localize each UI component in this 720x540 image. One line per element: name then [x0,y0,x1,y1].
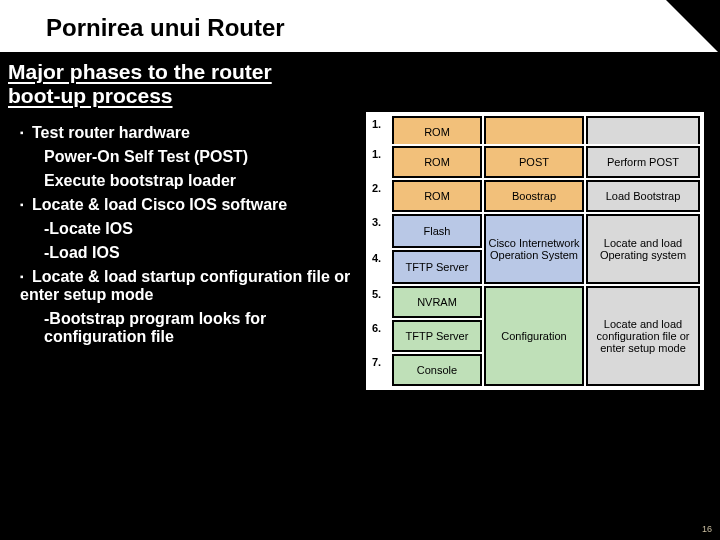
grid-cell: Boostrap [484,180,584,212]
bullet-item: Execute bootstrap loader [44,172,360,190]
page-number: 16 [702,524,712,534]
grid-cell: Console [392,354,482,386]
bullet-item: Locate & load startup configuration file… [20,268,360,304]
slide-title: Pornirea unui Router [46,14,285,41]
step-number: 6. [370,320,390,352]
slide-subtitle: Major phases to the router boot-up proce… [0,52,300,112]
corner-notch [666,0,720,54]
content-row: Test router hardware Power-On Self Test … [0,112,720,390]
bullet-item: Locate & load Cisco IOS software [20,196,360,214]
bullet-item: -Load IOS [44,244,360,262]
boot-process-table-real: 1. ROM POST Perform POST 2. ROM Boostrap… [368,144,702,388]
bullet-list: Test router hardware Power-On Self Test … [20,112,360,352]
step-number: 4. [370,250,390,284]
grid-cell: Perform POST [586,146,700,178]
grid-cell: Locate and load configuration file or en… [586,286,700,386]
bullet-item: Power-On Self Test (POST) [44,148,360,166]
bullet-item: -Bootstrap program looks for configurati… [44,310,364,346]
step-number: 5. [370,286,390,318]
grid-cell: Configuration [484,286,584,386]
grid-cell: TFTP Server [392,250,482,284]
bullet-item: -Locate IOS [44,220,360,238]
grid-cell: Flash [392,214,482,248]
grid-cell: TFTP Server [392,320,482,352]
grid-cell: NVRAM [392,286,482,318]
step-number: 1. [370,146,390,178]
title-bar: Pornirea unui Router [0,0,720,52]
grid-cell: POST [484,146,584,178]
grid-cell: ROM [392,146,482,178]
grid-cell: ROM [392,180,482,212]
bullet-item: Test router hardware [20,124,360,142]
slide: Pornirea unui Router Major phases to the… [0,0,720,540]
boot-process-diagram: 1. ROM POST Perform POST 2. ROM 3. Flash… [366,112,704,390]
grid-cell: Locate and load Operating system [586,214,700,284]
step-number: 3. [370,214,390,248]
grid-cell: Load Bootstrap [586,180,700,212]
step-number: 2. [370,180,390,212]
step-number: 7. [370,354,390,386]
grid-cell: Cisco Internetwork Operation System [484,214,584,284]
